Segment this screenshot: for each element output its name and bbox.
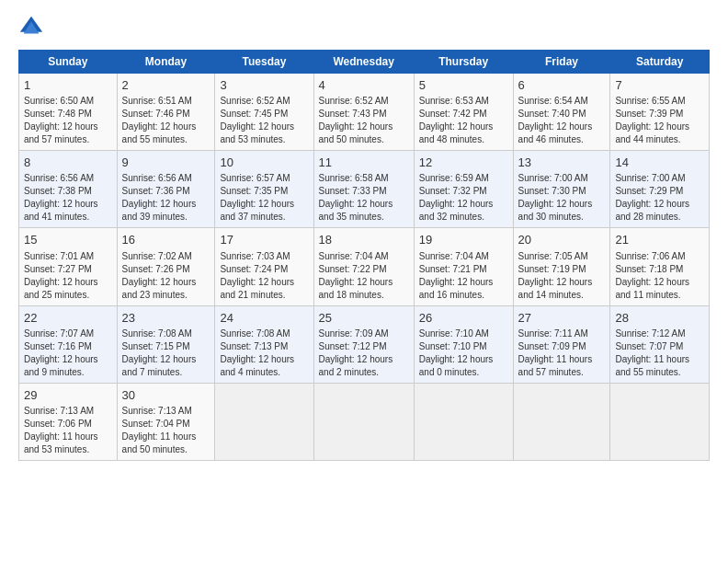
day-number: 20 <box>518 232 606 248</box>
sunset-text: Sunset: 7:04 PM <box>122 418 210 431</box>
calendar-cell <box>610 383 710 460</box>
daylight-text: Daylight: 12 hours and 37 minutes. <box>220 198 308 224</box>
weekday-header-thursday: Thursday <box>414 51 513 74</box>
sunset-text: Sunset: 7:13 PM <box>220 340 308 353</box>
day-number: 14 <box>615 155 704 171</box>
calendar-cell <box>414 383 513 460</box>
calendar-cell <box>513 383 610 460</box>
daylight-text: Daylight: 12 hours and 7 minutes. <box>122 353 210 379</box>
day-number: 4 <box>319 77 409 94</box>
sunrise-text: Sunrise: 7:11 AM <box>518 327 606 340</box>
calendar-cell: 30Sunrise: 7:13 AMSunset: 7:04 PMDayligh… <box>117 383 215 460</box>
day-number: 11 <box>319 155 409 171</box>
sunrise-text: Sunrise: 7:06 AM <box>615 250 704 263</box>
sunset-text: Sunset: 7:29 PM <box>615 185 704 198</box>
sunrise-text: Sunrise: 6:56 AM <box>24 172 112 185</box>
calendar-cell <box>313 383 414 460</box>
calendar-cell: 27Sunrise: 7:11 AMSunset: 7:09 PMDayligh… <box>513 305 610 383</box>
calendar-week-5: 29Sunrise: 7:13 AMSunset: 7:06 PMDayligh… <box>19 383 710 460</box>
day-number: 13 <box>518 155 606 171</box>
sunrise-text: Sunrise: 7:07 AM <box>24 327 112 340</box>
day-number: 7 <box>615 77 704 94</box>
sunset-text: Sunset: 7:15 PM <box>122 340 210 353</box>
page-container: SundayMondayTuesdayWednesdayThursdayFrid… <box>0 0 728 470</box>
sunset-text: Sunset: 7:10 PM <box>419 340 508 353</box>
day-number: 15 <box>24 232 112 248</box>
sunset-text: Sunset: 7:26 PM <box>122 263 210 276</box>
day-number: 24 <box>220 310 308 327</box>
day-number: 19 <box>419 232 508 248</box>
sunrise-text: Sunrise: 6:51 AM <box>122 95 210 108</box>
sunrise-text: Sunrise: 7:13 AM <box>24 405 112 418</box>
sunrise-text: Sunrise: 6:55 AM <box>615 95 704 108</box>
daylight-text: Daylight: 12 hours and 9 minutes. <box>24 353 112 379</box>
sunrise-text: Sunrise: 7:08 AM <box>220 327 308 340</box>
day-number: 26 <box>419 310 508 327</box>
sunrise-text: Sunrise: 7:00 AM <box>615 172 704 185</box>
sunset-text: Sunset: 7:43 PM <box>319 108 409 121</box>
calendar-cell: 12Sunrise: 6:59 AMSunset: 7:32 PMDayligh… <box>414 151 513 228</box>
daylight-text: Daylight: 11 hours and 53 minutes. <box>24 431 112 456</box>
sunset-text: Sunset: 7:36 PM <box>122 185 210 198</box>
calendar-cell: 7Sunrise: 6:55 AMSunset: 7:39 PMDaylight… <box>610 74 710 151</box>
day-number: 28 <box>615 310 704 327</box>
sunrise-text: Sunrise: 7:09 AM <box>319 327 409 340</box>
weekday-header-row: SundayMondayTuesdayWednesdayThursdayFrid… <box>19 51 710 74</box>
calendar-cell: 17Sunrise: 7:03 AMSunset: 7:24 PMDayligh… <box>215 228 313 305</box>
calendar-cell: 9Sunrise: 6:56 AMSunset: 7:36 PMDaylight… <box>117 151 215 228</box>
calendar-week-3: 15Sunrise: 7:01 AMSunset: 7:27 PMDayligh… <box>19 228 710 305</box>
sunset-text: Sunset: 7:30 PM <box>518 185 606 198</box>
sunrise-text: Sunrise: 7:13 AM <box>122 405 210 418</box>
daylight-text: Daylight: 12 hours and 35 minutes. <box>319 198 409 224</box>
calendar-cell: 26Sunrise: 7:10 AMSunset: 7:10 PMDayligh… <box>414 305 513 383</box>
sunrise-text: Sunrise: 6:54 AM <box>518 95 606 108</box>
sunrise-text: Sunrise: 7:00 AM <box>518 172 606 185</box>
daylight-text: Daylight: 12 hours and 4 minutes. <box>220 353 308 379</box>
day-number: 6 <box>518 77 606 94</box>
sunset-text: Sunset: 7:45 PM <box>220 108 308 121</box>
daylight-text: Daylight: 12 hours and 48 minutes. <box>419 121 508 146</box>
day-number: 22 <box>24 310 112 327</box>
sunrise-text: Sunrise: 7:04 AM <box>419 250 508 263</box>
day-number: 1 <box>24 77 112 94</box>
sunrise-text: Sunrise: 7:05 AM <box>518 250 606 263</box>
sunset-text: Sunset: 7:27 PM <box>24 263 112 276</box>
daylight-text: Daylight: 12 hours and 25 minutes. <box>24 276 112 302</box>
calendar-cell: 23Sunrise: 7:08 AMSunset: 7:15 PMDayligh… <box>117 305 215 383</box>
calendar-cell: 8Sunrise: 6:56 AMSunset: 7:38 PMDaylight… <box>19 151 118 228</box>
calendar-week-2: 8Sunrise: 6:56 AMSunset: 7:38 PMDaylight… <box>19 151 710 228</box>
sunset-text: Sunset: 7:16 PM <box>24 340 112 353</box>
sunrise-text: Sunrise: 6:52 AM <box>319 95 409 108</box>
sunset-text: Sunset: 7:42 PM <box>419 108 508 121</box>
logo <box>18 15 46 40</box>
sunset-text: Sunset: 7:39 PM <box>615 108 704 121</box>
daylight-text: Daylight: 12 hours and 14 minutes. <box>518 276 606 302</box>
sunrise-text: Sunrise: 6:59 AM <box>419 172 508 185</box>
sunset-text: Sunset: 7:22 PM <box>319 263 409 276</box>
day-number: 21 <box>615 232 704 248</box>
daylight-text: Daylight: 12 hours and 32 minutes. <box>419 198 508 224</box>
calendar-cell: 25Sunrise: 7:09 AMSunset: 7:12 PMDayligh… <box>313 305 414 383</box>
sunrise-text: Sunrise: 6:50 AM <box>24 95 112 108</box>
daylight-text: Daylight: 12 hours and 11 minutes. <box>615 276 704 302</box>
sunset-text: Sunset: 7:09 PM <box>518 340 606 353</box>
daylight-text: Daylight: 12 hours and 0 minutes. <box>419 353 508 379</box>
sunset-text: Sunset: 7:32 PM <box>419 185 508 198</box>
day-number: 2 <box>122 77 210 94</box>
sunset-text: Sunset: 7:06 PM <box>24 418 112 431</box>
daylight-text: Daylight: 12 hours and 18 minutes. <box>319 276 409 302</box>
sunset-text: Sunset: 7:12 PM <box>319 340 409 353</box>
calendar-cell: 18Sunrise: 7:04 AMSunset: 7:22 PMDayligh… <box>313 228 414 305</box>
weekday-header-tuesday: Tuesday <box>215 51 313 74</box>
day-number: 8 <box>24 155 112 171</box>
sunrise-text: Sunrise: 7:01 AM <box>24 250 112 263</box>
daylight-text: Daylight: 12 hours and 53 minutes. <box>220 121 308 146</box>
weekday-header-sunday: Sunday <box>19 51 118 74</box>
daylight-text: Daylight: 12 hours and 16 minutes. <box>419 276 508 302</box>
calendar-cell: 24Sunrise: 7:08 AMSunset: 7:13 PMDayligh… <box>215 305 313 383</box>
calendar-cell: 28Sunrise: 7:12 AMSunset: 7:07 PMDayligh… <box>610 305 710 383</box>
logo-icon <box>18 15 44 40</box>
daylight-text: Daylight: 12 hours and 55 minutes. <box>122 121 210 146</box>
day-number: 18 <box>319 232 409 248</box>
sunset-text: Sunset: 7:21 PM <box>419 263 508 276</box>
